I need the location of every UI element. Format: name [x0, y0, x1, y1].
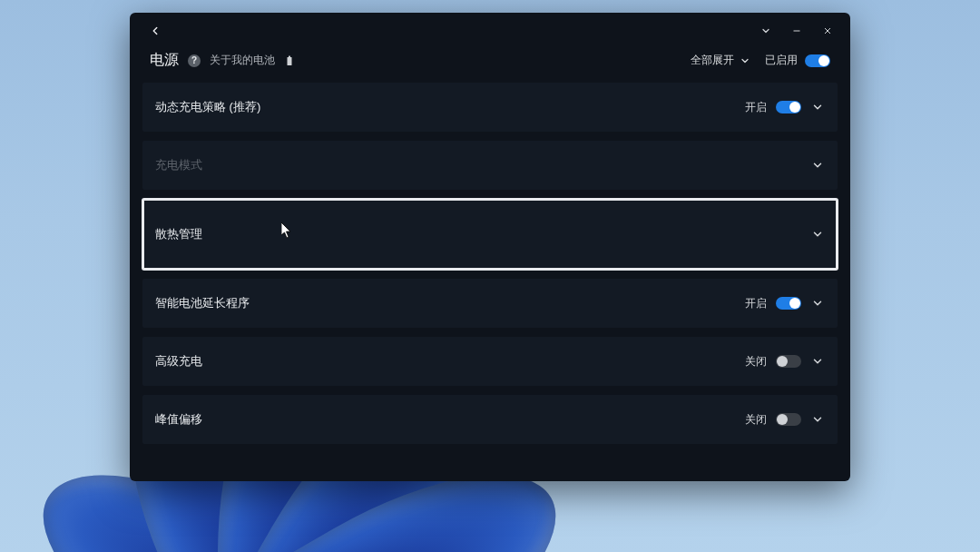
back-button[interactable]: [142, 18, 168, 44]
row-label: 峰值偏移: [155, 411, 202, 428]
titlebar: [130, 13, 850, 49]
row-label: 散热管理: [155, 226, 202, 242]
settings-row[interactable]: 峰值偏移关闭: [142, 395, 838, 444]
chevron-down-icon: [811, 228, 824, 241]
row-toggle[interactable]: [776, 101, 801, 113]
svg-rect-4: [289, 55, 290, 57]
row-toggle[interactable]: [776, 355, 801, 368]
settings-list: 动态充电策略 (推荐)开启充电模式散热管理智能电池延长程序开启高级充电关闭峰值偏…: [130, 83, 850, 453]
battery-icon: [284, 55, 295, 66]
row-label: 智能电池延长程序: [155, 295, 250, 311]
row-status: 开启: [745, 296, 767, 311]
enabled-label: 已启用: [765, 53, 798, 68]
expand-row-button[interactable]: [810, 159, 825, 172]
close-button[interactable]: [814, 18, 841, 44]
chevron-down-icon: [811, 355, 824, 368]
expand-row-button[interactable]: [810, 297, 825, 310]
settings-row[interactable]: 动态充电策略 (推荐)开启: [142, 83, 838, 132]
settings-row[interactable]: 充电模式: [142, 141, 838, 190]
expand-row-button[interactable]: [810, 228, 825, 241]
settings-row[interactable]: 智能电池延长程序开启: [142, 279, 838, 328]
row-status: 关闭: [745, 412, 767, 428]
minimize-button[interactable]: [783, 18, 810, 44]
chevron-down-icon: [811, 101, 824, 113]
help-icon[interactable]: ?: [188, 54, 201, 67]
chevron-down-icon: [811, 297, 824, 310]
expand-row-button[interactable]: [810, 413, 825, 426]
about-battery-link[interactable]: 关于我的电池: [210, 53, 275, 68]
svg-rect-3: [288, 57, 292, 65]
row-label: 充电模式: [155, 157, 202, 173]
expand-all-button[interactable]: 全部展开: [691, 53, 750, 68]
power-settings-window: 电源 ? 关于我的电池 全部展开 已启用 动态充电策略 (推荐)开启充电模式散热…: [130, 13, 850, 481]
chevron-down-icon: [811, 159, 824, 172]
row-label: 动态充电策略 (推荐): [155, 99, 260, 115]
window-controls: [752, 18, 841, 44]
chevron-down-icon: [740, 55, 750, 66]
row-toggle[interactable]: [776, 297, 801, 310]
expand-all-label: 全部展开: [691, 53, 734, 68]
page-title: 电源: [150, 51, 179, 70]
master-enable-toggle[interactable]: [805, 54, 830, 67]
dropdown-button[interactable]: [752, 18, 779, 44]
expand-row-button[interactable]: [810, 101, 825, 113]
settings-row[interactable]: 高级充电关闭: [142, 337, 838, 386]
row-status: 关闭: [745, 354, 767, 370]
row-status: 开启: [745, 100, 767, 115]
page-header: 电源 ? 关于我的电池 全部展开 已启用: [130, 49, 850, 83]
expand-row-button[interactable]: [810, 355, 825, 368]
row-toggle[interactable]: [776, 413, 801, 426]
settings-row[interactable]: 散热管理: [142, 199, 838, 270]
chevron-down-icon: [811, 413, 824, 426]
row-label: 高级充电: [155, 353, 202, 370]
